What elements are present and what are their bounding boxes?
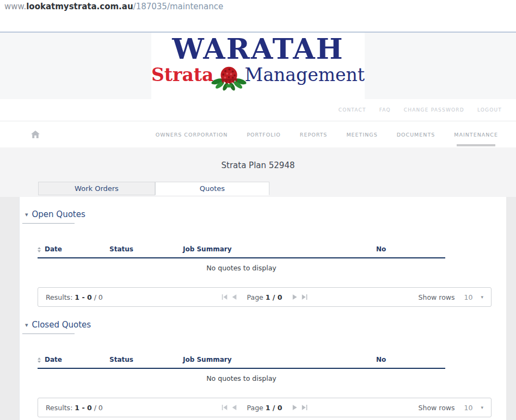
empty-message: No quotes to display — [38, 258, 445, 278]
tabs: Work Orders Quotes — [38, 182, 516, 195]
table-header-row: Date Status Job Summary No — [38, 242, 445, 258]
page-first-icon[interactable] — [222, 294, 228, 300]
show-rows-value[interactable]: 10 — [464, 404, 473, 412]
column-label: Job Summary — [183, 356, 232, 363]
navigation-band: CONTACT FAQ CHANGE PASSWORD LOGOUT OWNER… — [0, 99, 516, 147]
open-quotes-heading[interactable]: ▾ Open Quotes — [25, 209, 506, 219]
column-label: Date — [45, 356, 62, 363]
column-header-no[interactable]: No — [376, 353, 445, 368]
waratah-flower-icon — [211, 61, 247, 92]
logo-waratah-text: WARATAH — [151, 34, 365, 64]
page-header: Strata Plan 52948 Work Orders Quotes — [0, 147, 516, 197]
empty-row: No quotes to display — [38, 368, 445, 388]
column-header-status[interactable]: Status — [109, 242, 183, 258]
page-last-icon[interactable] — [302, 405, 307, 410]
results-total: / 0 — [94, 293, 103, 301]
column-label: Status — [109, 356, 133, 363]
results-label: Results: — [46, 404, 72, 412]
section-gap — [20, 307, 506, 320]
column-label: No — [376, 245, 386, 253]
nav-owners-corporation[interactable]: OWNERS CORPORATION — [156, 121, 228, 148]
section-closed-quotes: ▾ Closed Quotes Date Status Job Summary … — [20, 320, 506, 417]
heading-underline — [22, 333, 75, 334]
nav-contact[interactable]: CONTACT — [339, 107, 366, 113]
nav-reports[interactable]: REPORTS — [300, 121, 328, 148]
nav-maintenance[interactable]: MAINTENANCE — [454, 121, 498, 148]
sort-icon[interactable] — [38, 357, 41, 363]
section-collapse-icon[interactable]: ▾ — [25, 322, 28, 328]
show-rows-control[interactable]: Show rows 10 ▾ — [419, 293, 483, 301]
nav-change-password[interactable]: CHANGE PASSWORD — [404, 107, 464, 113]
url-prefix: www. — [4, 2, 26, 11]
column-header-date[interactable]: Date — [38, 353, 109, 368]
page-value: 1 / 0 — [266, 293, 282, 301]
main-nav: OWNERS CORPORATION PORTFOLIO REPORTS MEE… — [0, 121, 516, 147]
section-open-quotes: ▾ Open Quotes Date Status Job Summary No… — [20, 209, 506, 307]
table-header-row: Date Status Job Summary No — [38, 353, 445, 368]
page-indicator: Page1 / 0 — [247, 293, 282, 301]
column-header-status[interactable]: Status — [109, 353, 183, 368]
column-label: No — [376, 356, 386, 363]
tab-quotes[interactable]: Quotes — [155, 182, 269, 195]
page-next-icon[interactable] — [292, 405, 297, 410]
nav-faq[interactable]: FAQ — [379, 107, 391, 113]
page-controls: Page1 / 0 — [222, 404, 308, 412]
results-range: 1 - 0 — [75, 293, 91, 301]
page-first-icon[interactable] — [222, 405, 228, 410]
content-wrap: ▾ Open Quotes Date Status Job Summary No… — [0, 197, 516, 420]
page-label: Page — [247, 404, 263, 412]
page-indicator: Page1 / 0 — [247, 404, 282, 412]
logo-subtitle: Strata Management — [151, 61, 365, 88]
caret-down-icon[interactable]: ▾ — [481, 294, 483, 300]
sort-icon[interactable] — [38, 247, 41, 252]
url-path: /187035/maintenance — [133, 2, 224, 11]
closed-quotes-table: Date Status Job Summary No No quotes to … — [38, 353, 445, 388]
show-rows-control[interactable]: Show rows 10 ▾ — [419, 404, 483, 412]
content: ▾ Open Quotes Date Status Job Summary No… — [19, 197, 506, 420]
site-banner: WARATAH Strata Management — [0, 32, 516, 99]
page-title: Strata Plan 52948 — [0, 160, 516, 170]
nav-meetings[interactable]: MEETINGS — [346, 121, 377, 148]
show-rows-label: Show rows — [419, 293, 455, 301]
section-heading-label: Open Quotes — [32, 209, 85, 219]
results-label: Results: — [46, 293, 72, 301]
heading-underline — [22, 223, 75, 224]
column-header-job-summary[interactable]: Job Summary — [183, 353, 376, 368]
pagination-bar: Results:1 - 0/ 0 Page1 / 0 Show rows 10 … — [38, 287, 492, 307]
page-last-icon[interactable] — [302, 294, 307, 300]
show-rows-label: Show rows — [419, 404, 455, 412]
nav-documents[interactable]: DOCUMENTS — [397, 121, 435, 148]
results-total: / 0 — [94, 404, 103, 412]
nav-portfolio[interactable]: PORTFOLIO — [247, 121, 280, 148]
results-summary: Results:1 - 0/ 0 — [46, 293, 103, 301]
page-prev-icon[interactable] — [232, 405, 237, 410]
section-collapse-icon[interactable]: ▾ — [25, 212, 28, 218]
closed-quotes-heading[interactable]: ▾ Closed Quotes — [25, 320, 506, 330]
pagination-bar: Results:1 - 0/ 0 Page1 / 0 Show rows 10 … — [38, 398, 492, 417]
page-value: 1 / 0 — [266, 404, 282, 412]
page-controls: Page1 / 0 — [222, 293, 308, 301]
page-label: Page — [247, 293, 263, 301]
column-header-no[interactable]: No — [376, 242, 445, 258]
empty-message: No quotes to display — [38, 368, 445, 388]
tab-work-orders[interactable]: Work Orders — [38, 182, 155, 195]
empty-row: No quotes to display — [38, 258, 445, 278]
column-label: Job Summary — [183, 245, 232, 253]
results-summary: Results:1 - 0/ 0 — [46, 404, 103, 412]
logo-strata-text: Strata — [151, 64, 213, 85]
nav-logout[interactable]: LOGOUT — [477, 107, 502, 113]
home-icon[interactable] — [31, 131, 40, 138]
caret-down-icon[interactable]: ▾ — [481, 405, 483, 410]
show-rows-value[interactable]: 10 — [464, 293, 473, 301]
utility-nav: CONTACT FAQ CHANGE PASSWORD LOGOUT — [0, 99, 516, 121]
open-quotes-table: Date Status Job Summary No No quotes to … — [38, 242, 445, 278]
column-header-job-summary[interactable]: Job Summary — [183, 242, 376, 258]
column-header-date[interactable]: Date — [38, 242, 109, 258]
column-label: Date — [45, 245, 62, 253]
page-next-icon[interactable] — [292, 294, 297, 300]
logo-management-text: Management — [245, 64, 365, 85]
logo[interactable]: WARATAH Strata Management — [151, 33, 365, 99]
page-prev-icon[interactable] — [232, 294, 237, 300]
main-nav-items: OWNERS CORPORATION PORTFOLIO REPORTS MEE… — [156, 121, 498, 148]
browser-address-bar[interactable]: www.lookatmystrata.com.au/187035/mainten… — [0, 0, 516, 32]
